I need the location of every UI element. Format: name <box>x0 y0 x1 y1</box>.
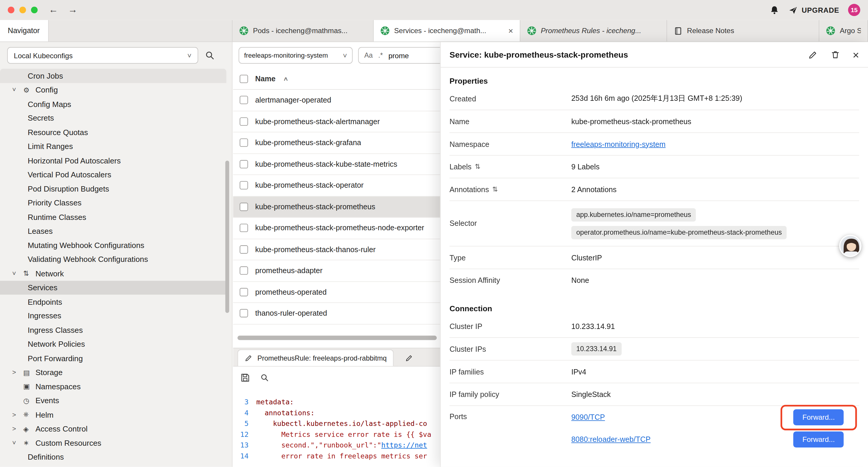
regex-toggle[interactable]: .* <box>378 52 383 59</box>
row-checkbox[interactable] <box>240 160 248 168</box>
pencil-icon <box>245 354 253 362</box>
sidebar-item[interactable]: Vertical Pod Autoscalers <box>0 168 226 182</box>
namespace-link[interactable]: freeleaps-monitoring-system <box>571 140 665 148</box>
sidebar-item[interactable]: Network Policies <box>0 337 226 351</box>
row-checkbox[interactable] <box>240 181 248 189</box>
row-checkbox[interactable] <box>240 267 248 275</box>
sidebar-item[interactable]: Leases <box>0 224 226 238</box>
tab-prometheus-rules[interactable]: Prometheus Rules - icecheng... <box>520 20 667 41</box>
forward-button[interactable]: Forward... <box>794 431 844 447</box>
row-checkbox[interactable] <box>240 309 248 317</box>
chevron-down[interactable]: ˅ <box>12 269 23 277</box>
sidebar-item[interactable]: ˃ ◈ Access Control <box>0 422 226 436</box>
row-checkbox[interactable] <box>240 245 248 254</box>
navigator-tab[interactable]: Navigator <box>0 20 49 41</box>
tab-argo[interactable]: Argo S... <box>819 20 868 41</box>
tabbar-spacer <box>49 20 232 41</box>
forward-button[interactable]: Forward... <box>794 409 844 425</box>
sidebar-item[interactable]: ◷ Events <box>0 393 226 408</box>
trash-icon[interactable] <box>831 50 840 60</box>
connection-heading: Connection <box>450 304 859 313</box>
upgrade-button[interactable]: UPGRADE <box>788 5 839 15</box>
sidebar-item[interactable]: Definitions <box>0 450 226 464</box>
close-tab-icon[interactable]: × <box>508 27 513 35</box>
navigator-tree: Cron Jobs ˅ ⚙ Config Config Maps <box>0 68 226 467</box>
book-icon <box>674 26 682 35</box>
sidebar-item[interactable]: Ingresses <box>0 309 226 323</box>
url-token[interactable]: https://net <box>381 440 427 451</box>
expand-toggle-icon[interactable]: ⇅ <box>492 185 498 193</box>
chevron-down[interactable]: ˅ <box>12 86 23 94</box>
chevron-right[interactable]: ˃ <box>12 425 23 433</box>
sidebar-item[interactable]: Limit Ranges <box>0 139 226 153</box>
main-area: Local Kubeconfigs ˅ Cron Jobs ˅ ⚙ <box>0 42 868 467</box>
tab-pods[interactable]: Pods - icecheng@mathmas... <box>232 20 374 41</box>
row-checkbox[interactable] <box>240 202 248 211</box>
search-icon[interactable] <box>260 373 269 382</box>
chevron-right[interactable]: ˃ <box>12 411 23 418</box>
edit-icon[interactable] <box>808 50 818 60</box>
minimize-window-button[interactable] <box>20 6 26 13</box>
row-checkbox[interactable] <box>240 139 248 147</box>
close-icon[interactable]: × <box>852 49 859 60</box>
name-column-header[interactable]: Name <box>255 75 276 83</box>
sidebar-item[interactable]: Secrets <box>0 111 226 125</box>
port-link[interactable]: 9090/TCP <box>571 413 605 421</box>
sidebar-item[interactable]: ˅ ⇅ Network <box>0 266 226 281</box>
chevron-right[interactable]: ˃ <box>12 368 23 376</box>
close-window-button[interactable] <box>8 6 14 13</box>
sidebar-item[interactable]: Horizontal Pod Autoscalers <box>0 153 226 168</box>
notification-badge[interactable]: 15 <box>848 4 860 16</box>
properties-heading: Properties <box>450 77 859 85</box>
back-icon[interactable]: ← <box>49 4 58 16</box>
sidebar-item[interactable]: Mutating Webhook Configurations <box>0 238 226 253</box>
sidebar-item[interactable]: Ingress Classes <box>0 323 226 337</box>
expand-toggle-icon[interactable]: ⇅ <box>475 163 480 171</box>
search-icon[interactable] <box>205 51 215 61</box>
kubernetes-icon <box>239 26 248 35</box>
sidebar-item[interactable]: Services <box>0 281 226 295</box>
sidebar-item[interactable]: ˃ ▤ Storage <box>0 365 226 380</box>
forward-icon[interactable]: → <box>68 4 78 16</box>
sidebar-item[interactable]: Port Forwarding <box>0 351 226 365</box>
save-icon[interactable] <box>240 373 250 383</box>
app-window: ← → UPGRADE 15 Navigator Pods - icecheng… <box>0 0 868 467</box>
sidebar-item[interactable]: Endpoints <box>0 295 226 309</box>
editor-tab[interactable]: PrometheusRule: freeleaps-prod-rabbitmq <box>238 349 394 366</box>
bell-icon[interactable] <box>770 5 780 15</box>
drawer-body: Properties Created 253d 16h 6m ago (2025… <box>440 68 868 467</box>
horizontal-scrollbar[interactable] <box>238 335 437 340</box>
config-icon: ⚙ <box>23 86 35 94</box>
sidebar-item[interactable]: ˅ ⚙ Config <box>0 83 226 97</box>
sidebar-item[interactable]: Cron Jobs <box>0 68 226 83</box>
search-query: prome <box>389 51 409 59</box>
port-link[interactable]: 8080:reloader-web/TCP <box>571 435 651 443</box>
sidebar-item[interactable]: Priority Classes <box>0 196 226 210</box>
kubernetes-icon <box>380 26 390 35</box>
sidebar-item[interactable]: Validating Webhook Configurations <box>0 252 226 266</box>
row-checkbox[interactable] <box>240 288 248 296</box>
maximize-window-button[interactable] <box>31 6 37 13</box>
select-all-checkbox[interactable] <box>240 75 248 83</box>
sidebar-item[interactable]: Pod Disruption Budgets <box>0 182 226 196</box>
sidebar-scrollbar[interactable] <box>225 160 229 313</box>
chevron-down[interactable]: ˅ <box>12 439 23 447</box>
namespace-selector[interactable]: freeleaps-monitoring-system ˅ <box>239 47 353 63</box>
sidebar-item[interactable]: ▣ Namespaces <box>0 379 226 393</box>
sort-asc-icon[interactable]: ˄ <box>284 75 288 83</box>
sidebar-item[interactable]: Config Maps <box>0 97 226 111</box>
tab-services[interactable]: Services - icecheng@math... × <box>374 20 521 41</box>
match-case-toggle[interactable]: Aa <box>364 52 373 59</box>
window-controls <box>8 6 37 13</box>
sidebar-item[interactable]: ˅ ∗ Custom Resources <box>0 436 226 450</box>
sidebar-item[interactable]: ˃ ⎈ Helm <box>0 408 226 422</box>
kubeconfig-selector[interactable]: Local Kubeconfigs ˅ <box>7 47 198 63</box>
row-checkbox[interactable] <box>240 224 248 232</box>
row-checkbox[interactable] <box>240 117 248 126</box>
tab-release-notes[interactable]: Release Notes <box>667 20 819 41</box>
sidebar-item[interactable]: Resource Quotas <box>0 125 226 139</box>
sidebar-item[interactable]: Runtime Classes <box>0 210 226 224</box>
property-row-name: Name kube-prometheus-stack-prometheus <box>450 110 859 133</box>
row-checkbox[interactable] <box>240 96 248 104</box>
assistant-avatar[interactable] <box>839 235 862 257</box>
